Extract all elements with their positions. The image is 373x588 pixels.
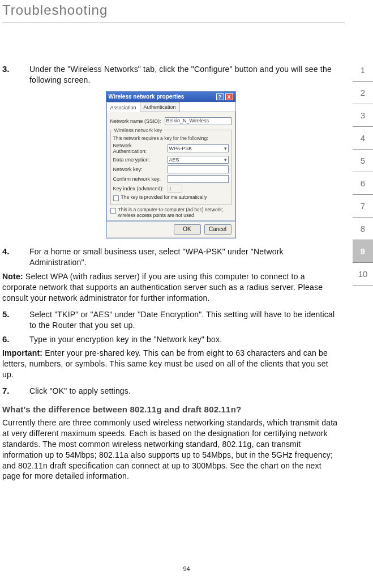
step-text: Type in your encryption key in the "Netw… xyxy=(29,334,222,345)
data-encryption-label: Data encryption: xyxy=(113,157,165,163)
difference-heading: What's the difference between 802.11g an… xyxy=(2,404,339,414)
step-4: 4. For a home or small business user, se… xyxy=(2,246,339,268)
step-number: 4. xyxy=(2,246,18,268)
dialog-tabs: Association Authentication xyxy=(106,102,235,112)
dialog-title-text: Wireless network properties xyxy=(109,93,185,100)
adhoc-checkbox[interactable] xyxy=(110,208,116,214)
page: Troubleshooting 3. Under the "Wireless N… xyxy=(0,2,373,588)
section-tab-9[interactable]: 9 xyxy=(353,240,373,263)
step-number: 3. xyxy=(2,64,18,86)
key-index-row: Key index (advanced): 1 xyxy=(113,185,229,193)
section-tabs: 1 2 3 4 5 6 7 8 9 10 xyxy=(353,59,373,286)
chevron-down-icon: ▾ xyxy=(224,146,227,151)
wireless-properties-dialog: Wireless network properties ? X Associat… xyxy=(106,91,236,239)
auto-key-label: The key is provided for me automatically xyxy=(121,195,207,201)
tab-association[interactable]: Association xyxy=(106,103,140,112)
step-5: 5. Select "TKIP" or "AES" under "Date En… xyxy=(2,309,339,331)
important-label: Important: xyxy=(2,348,42,357)
confirm-network-key-row: Confirm network key: xyxy=(113,175,229,183)
note-label: Note: xyxy=(2,272,23,281)
close-button[interactable]: X xyxy=(225,93,233,100)
auto-key-row: The key is provided for me automatically xyxy=(113,195,229,201)
data-encryption-select[interactable]: AES ▾ xyxy=(168,156,229,164)
note-paragraph: Note: Select WPA (with radius server) if… xyxy=(2,271,339,304)
network-auth-value: WPA-PSK xyxy=(169,146,192,151)
ssid-label: Network name (SSID): xyxy=(110,118,162,124)
content: 3. Under the "Wireless Networks" tab, cl… xyxy=(0,23,373,482)
dialog-titlebar: Wireless network properties ? X xyxy=(106,92,235,102)
section-tab-3[interactable]: 3 xyxy=(353,104,373,127)
network-auth-label: Network Authentication: xyxy=(113,143,165,154)
step-7: 7. Click "OK" to apply settings. xyxy=(2,386,339,397)
step-text: Click "OK" to apply settings. xyxy=(29,386,131,397)
important-paragraph: Important: Enter your pre-shared key. Th… xyxy=(2,348,339,380)
section-tab-6[interactable]: 6 xyxy=(353,172,373,195)
ssid-input[interactable]: Belkin_N_Wireless xyxy=(165,117,231,125)
section-tab-1[interactable]: 1 xyxy=(353,59,373,82)
page-number: 94 xyxy=(0,565,373,572)
section-tab-5[interactable]: 5 xyxy=(353,150,373,172)
title-wrap: Troubleshooting xyxy=(0,2,373,23)
step-6: 6. Type in your encryption key in the "N… xyxy=(2,334,339,345)
dialog-container: Wireless network properties ? X Associat… xyxy=(2,91,339,239)
step-number: 5. xyxy=(2,309,18,331)
adhoc-row: This is a computer-to-computer (ad hoc) … xyxy=(110,207,231,219)
key-index-label: Key index (advanced): xyxy=(113,186,165,191)
step-number: 6. xyxy=(2,334,18,345)
step-text: Under the "Wireless Networks" tab, click… xyxy=(29,64,339,86)
step-text: For a home or small business user, selec… xyxy=(29,246,339,268)
important-text: Enter your pre-shared key. This can be f… xyxy=(2,348,328,379)
data-encryption-value: AES xyxy=(169,157,179,163)
step-number: 7. xyxy=(2,386,18,397)
auto-key-checkbox xyxy=(113,195,119,201)
page-title: Troubleshooting xyxy=(2,2,345,23)
network-key-label: Network key: xyxy=(113,167,165,172)
difference-body: Currently there are three commonly used … xyxy=(2,417,339,482)
data-encryption-row: Data encryption: AES ▾ xyxy=(113,156,229,164)
key-index-stepper: 1 xyxy=(168,185,182,193)
wireless-network-key-fieldset: Wireless network key This network requir… xyxy=(110,127,231,205)
step-text: Select "TKIP" or "AES" under "Date Encry… xyxy=(29,309,339,331)
network-key-input[interactable] xyxy=(168,165,229,173)
network-key-row: Network key: xyxy=(113,165,229,173)
network-auth-select[interactable]: WPA-PSK ▾ xyxy=(168,144,229,152)
step-3: 3. Under the "Wireless Networks" tab, cl… xyxy=(2,64,339,86)
titlebar-buttons: ? X xyxy=(216,93,233,100)
ok-button[interactable]: OK xyxy=(174,224,201,235)
wnk-legend: Wireless network key xyxy=(113,127,164,133)
section-tab-7[interactable]: 7 xyxy=(353,195,373,218)
ssid-row: Network name (SSID): Belkin_N_Wireless xyxy=(110,117,231,125)
chevron-down-icon: ▾ xyxy=(224,157,227,163)
wnk-subtext: This network requires a key for the foll… xyxy=(113,135,229,141)
dialog-actions: OK Cancel xyxy=(106,221,235,238)
section-tab-10[interactable]: 10 xyxy=(353,263,373,286)
confirm-network-key-input[interactable] xyxy=(168,175,229,183)
confirm-network-key-label: Confirm network key: xyxy=(113,176,165,182)
dialog-body: Network name (SSID): Belkin_N_Wireless W… xyxy=(106,112,235,221)
note-text: Select WPA (with radius server) if you a… xyxy=(2,272,323,302)
cancel-button[interactable]: Cancel xyxy=(204,224,231,235)
help-button[interactable]: ? xyxy=(216,93,224,100)
network-auth-row: Network Authentication: WPA-PSK ▾ xyxy=(113,143,229,154)
adhoc-label: This is a computer-to-computer (ad hoc) … xyxy=(118,207,231,219)
section-tab-4[interactable]: 4 xyxy=(353,127,373,150)
tab-authentication[interactable]: Authentication xyxy=(140,102,180,112)
section-tab-2[interactable]: 2 xyxy=(353,82,373,104)
section-tab-8[interactable]: 8 xyxy=(353,218,373,240)
